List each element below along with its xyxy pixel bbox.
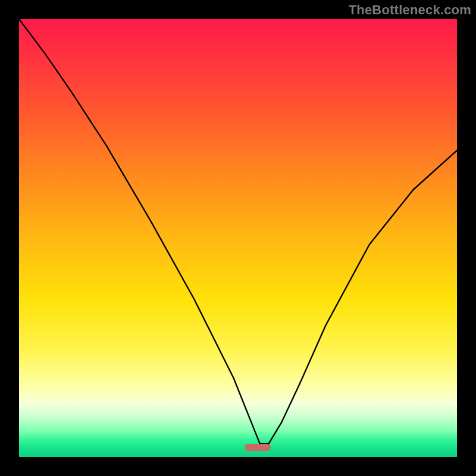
- bottleneck-curve: [19, 19, 457, 457]
- plot-area: [19, 19, 457, 457]
- optimum-marker: [245, 444, 271, 451]
- chart-frame: TheBottleneck.com: [0, 0, 476, 476]
- curve-path: [19, 19, 457, 444]
- watermark-text: TheBottleneck.com: [349, 2, 471, 18]
